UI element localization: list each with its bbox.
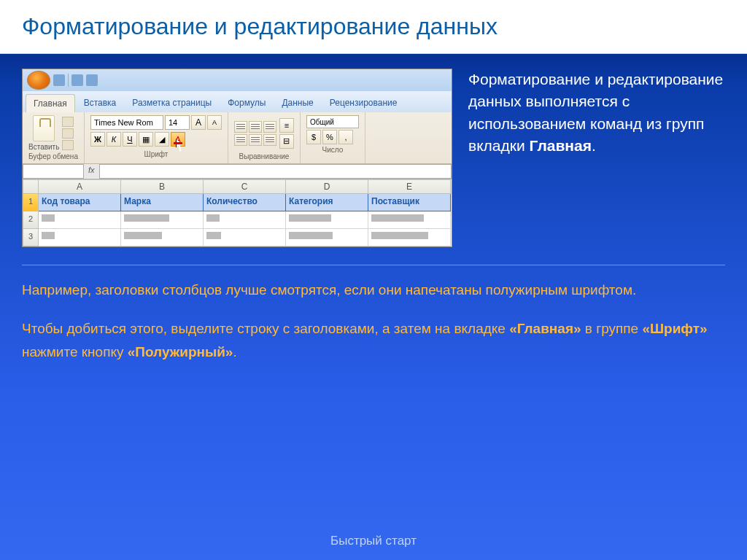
align-top-right-icon[interactable] [263,121,276,133]
cell[interactable] [39,211,121,229]
col-header[interactable]: A [39,179,121,194]
spreadsheet: A B C D E 1 Код товара Марка Количество … [23,179,452,246]
cell[interactable] [39,229,121,246]
cell[interactable] [368,211,451,229]
paste-label: Вставить [28,143,59,151]
align-top-center-icon[interactable] [249,121,262,133]
formula-bar: fx [23,164,452,179]
align-right-icon[interactable] [263,134,276,146]
col-header[interactable]: D [286,179,368,194]
cell[interactable] [286,211,368,229]
group-number: Общий $ % , Число [301,112,365,163]
office-button-icon[interactable] [27,71,50,90]
bold-button[interactable]: Ж [90,132,105,147]
cell[interactable] [204,211,286,229]
group-label-number: Число [306,144,359,155]
column-headers: A B C D E [23,179,452,194]
tab-data[interactable]: Данные [274,94,320,112]
row-header[interactable]: 3 [23,229,39,246]
formula-input[interactable] [99,164,452,179]
row-header[interactable]: 1 [23,194,39,211]
tab-review[interactable]: Рецензирование [322,94,405,112]
paste-icon[interactable] [33,115,55,141]
table-row: 1 Код товара Марка Количество Категория … [23,194,452,211]
cell[interactable] [121,229,204,246]
group-font: Times New Rom 14 A A Ж К Ч ▦ ◢ A [85,112,228,163]
cell[interactable]: Марка [121,194,204,211]
fill-color-icon[interactable]: ◢ [155,132,169,147]
shrink-font-icon[interactable]: A [207,115,222,130]
table-row: 3 [23,229,452,246]
cell[interactable]: Код товара [39,194,121,211]
cell[interactable]: Категория [286,194,368,211]
wrap-text-icon[interactable]: ≡ [279,118,294,133]
underline-button[interactable]: Ч [123,132,137,147]
align-left-icon[interactable] [234,134,247,146]
cell[interactable]: Поставщик [368,194,451,211]
paragraph: Чтобы добиться этого, выделите строку с … [22,317,725,363]
group-label-font: Шрифт [90,149,222,160]
cell[interactable]: Количество [204,194,286,211]
excel-screenshot: Главная Вставка Разметка страницы Формул… [22,69,452,247]
col-header[interactable]: E [368,179,451,194]
percent-icon[interactable]: % [322,130,337,144]
side-description: Форматирование и редактирование данных в… [468,69,725,247]
cell[interactable] [204,229,286,246]
table-row: 2 [23,211,452,229]
grow-font-icon[interactable]: A [191,115,206,130]
tab-home[interactable]: Главная [26,94,75,112]
currency-icon[interactable]: $ [306,130,321,144]
cell[interactable] [121,211,204,229]
tab-layout[interactable]: Разметка страницы [125,94,219,112]
fx-icon[interactable]: fx [84,164,99,179]
ribbon: Вставить Буфер обмена Times New Rom [23,112,452,164]
footer-text: Быстрый старт [0,534,747,548]
save-icon[interactable] [53,74,65,86]
name-box[interactable] [23,164,84,179]
divider [22,265,725,265]
tab-formulas[interactable]: Формулы [220,94,273,112]
group-label-align: Выравнивание [234,151,294,162]
col-header[interactable]: C [204,179,286,194]
tab-insert[interactable]: Вставка [77,94,124,112]
format-painter-icon[interactable] [62,140,74,150]
font-size-select[interactable]: 14 [165,115,190,130]
title-bar: Форматирование и редактирование данных [0,0,747,54]
select-all-corner[interactable] [23,179,39,194]
col-header[interactable]: B [121,179,204,194]
cut-icon[interactable] [62,117,74,127]
page-title: Форматирование и редактирование данных [22,13,725,40]
group-clipboard: Вставить Буфер обмена [23,112,85,163]
group-alignment: ≡ ⊟ Выравнивание [228,112,301,163]
paragraph: Например, заголовки столбцов лучше смотр… [22,279,725,301]
merge-icon[interactable]: ⊟ [279,134,294,149]
group-label-clipboard: Буфер обмена [28,151,78,162]
bottom-description: Например, заголовки столбцов лучше смотр… [22,279,725,363]
align-center-icon[interactable] [249,134,262,146]
copy-icon[interactable] [62,128,74,139]
comma-icon[interactable]: , [338,130,353,144]
ribbon-tabs: Главная Вставка Разметка страницы Формул… [23,91,452,112]
italic-button[interactable]: К [107,132,121,147]
align-top-left-icon[interactable] [234,121,247,133]
quick-access-toolbar [23,69,452,91]
font-color-button[interactable]: A [171,132,185,147]
row-header[interactable]: 2 [23,211,39,229]
redo-icon[interactable] [86,74,98,86]
borders-icon[interactable]: ▦ [139,132,153,147]
number-format-select[interactable]: Общий [306,115,359,128]
slide-content: Главная Вставка Разметка страницы Формул… [0,54,747,378]
cell[interactable] [368,229,451,246]
font-name-select[interactable]: Times New Rom [90,115,163,130]
cell[interactable] [286,229,368,246]
undo-icon[interactable] [71,74,83,86]
